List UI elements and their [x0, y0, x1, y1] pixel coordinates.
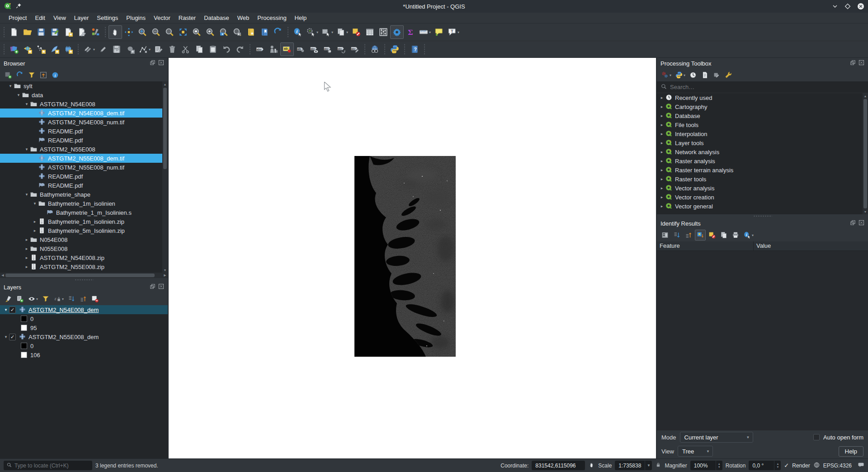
lock-scale-icon[interactable] — [655, 462, 661, 469]
close-button[interactable] — [857, 3, 864, 10]
undo-button[interactable] — [220, 42, 233, 56]
locator-input[interactable]: Type to locate (Ctrl+K) — [4, 461, 92, 470]
save-project-as-button[interactable] — [48, 25, 61, 39]
open-layer-styling-button[interactable] — [3, 293, 14, 304]
expand-new-results-button[interactable] — [695, 230, 706, 241]
data-source-manager-button[interactable] — [7, 42, 21, 56]
save-project-button[interactable] — [34, 25, 48, 39]
processing-group-network-analysis[interactable]: ▸Network analysis — [657, 147, 868, 156]
browser-horizontal-scrollbar[interactable]: ◀ ▶ — [0, 273, 168, 278]
processing-group-vector-general[interactable]: ▸Vector general — [657, 202, 868, 211]
menu-plugins[interactable]: Plugins — [122, 14, 150, 22]
layer-item-astgtm2_n54e008_dem[interactable]: ▾✓ASTGTM2_N54E008_dem — [0, 305, 168, 314]
new-bookmark-button[interactable] — [244, 25, 258, 39]
maximize-button[interactable] — [844, 3, 851, 9]
deselect-all-layers-button[interactable] — [349, 25, 363, 39]
legend-entry-95[interactable]: 95 — [0, 323, 168, 332]
processing-group-raster-analysis[interactable]: ▸Raster analysis — [657, 156, 868, 165]
layer-visibility-checkbox[interactable]: ✓ — [9, 334, 16, 340]
tree-expand-icon[interactable]: ▸ — [24, 246, 30, 251]
add-selected-layers-button[interactable] — [3, 70, 14, 80]
zoom-out-button[interactable] — [149, 25, 163, 39]
add-feature-button[interactable] — [123, 42, 137, 56]
left-dock-splitter[interactable] — [0, 278, 168, 282]
browser-item-astgtm2-n54e008-zip[interactable]: ▸ASTGTM2_N54E008.zip — [0, 253, 168, 262]
tree-collapse-icon[interactable]: ▾ — [15, 93, 22, 97]
collapse-all-layers-button[interactable] — [78, 293, 89, 304]
change-label-button[interactable]: abc — [348, 42, 362, 56]
tree-expand-icon[interactable]: ▸ — [659, 186, 665, 190]
tree-expand-icon[interactable]: ▸ — [659, 204, 665, 208]
identify-close-icon[interactable] — [859, 220, 864, 227]
layer-item-astgtm2_n55e008_dem[interactable]: ▾✓ASTGTM2_N55E008_dem — [0, 332, 168, 341]
pan-map-button[interactable] — [108, 25, 122, 39]
coordinate-input[interactable]: 831542,6115096 — [532, 461, 585, 470]
browser-item-astgtm2-n54e008-dem-tif[interactable]: ASTGTM2_N54E008_dem.tif — [0, 109, 168, 118]
processing-group-cartography[interactable]: ▸Cartography — [657, 102, 868, 111]
tree-expand-icon[interactable]: ▸ — [659, 113, 665, 118]
browser-item-astgtm2-n54e008-num-tif[interactable]: ASTGTM2_N54E008_num.tif — [0, 118, 168, 127]
refresh-browser-button[interactable] — [14, 70, 25, 80]
scale-select[interactable]: 1:735838▼ — [615, 461, 652, 470]
filter-browser-button[interactable] — [26, 70, 37, 80]
identify-float-icon[interactable] — [850, 220, 856, 227]
legend-entry-106[interactable]: 106 — [0, 350, 168, 359]
zoom-next-button[interactable] — [231, 25, 244, 39]
vertex-tool-button[interactable]: ▾ — [137, 42, 152, 56]
tree-collapse-icon[interactable]: ▾ — [7, 84, 14, 88]
menu-vector[interactable]: Vector — [150, 14, 175, 22]
processing-options-button[interactable] — [723, 70, 734, 80]
map-canvas[interactable] — [169, 58, 656, 458]
current-edits-button[interactable]: ▾ — [81, 42, 96, 56]
paste-features-button[interactable] — [206, 42, 220, 56]
map-tips-button[interactable] — [432, 25, 446, 39]
browser-item-astgtm2-n55e008-num-tif[interactable]: ASTGTM2_N55E008_num.tif — [0, 163, 168, 172]
browser-item-data[interactable]: ▾data — [0, 90, 168, 99]
identify-mode-button[interactable]: i▾ — [742, 230, 755, 241]
browser-item-astgtm2-n55e008-zip[interactable]: ▸ASTGTM2_N55E008.zip — [0, 262, 168, 271]
metasearch-button[interactable] — [368, 42, 382, 56]
zoom-in-button[interactable] — [136, 25, 149, 39]
new-project-button[interactable] — [7, 25, 21, 39]
tree-expand-icon[interactable]: ▸ — [32, 219, 38, 224]
delete-selected-button[interactable] — [165, 42, 179, 56]
cut-features-button[interactable] — [179, 42, 193, 56]
menu-project[interactable]: Project — [5, 14, 31, 22]
save-layer-edits-button[interactable] — [110, 42, 123, 56]
crs-globe-icon[interactable] — [813, 462, 820, 470]
tree-expand-icon[interactable]: ▸ — [659, 123, 665, 127]
pin-unpin-labels-button[interactable]: ab — [294, 42, 307, 56]
processing-vertical-scrollbar[interactable]: ▲ ▼ — [863, 93, 868, 214]
tree-collapse-icon[interactable]: ▾ — [3, 335, 9, 339]
clear-results-button[interactable] — [707, 230, 717, 241]
statistical-summary-button[interactable]: Σ — [404, 25, 417, 39]
browser-vertical-scrollbar[interactable]: ▲ ▼ — [162, 81, 168, 273]
copy-features-button[interactable] — [193, 42, 206, 56]
processing-search-input[interactable]: Search… — [657, 81, 868, 93]
show-hide-labels-button[interactable]: abc — [307, 42, 321, 56]
menu-settings[interactable]: Settings — [93, 14, 122, 22]
models-menu-button[interactable]: ▾ — [660, 70, 673, 80]
menu-processing[interactable]: Processing — [253, 14, 290, 22]
highlight-pinned-labels-button[interactable]: ab — [280, 42, 294, 56]
collapse-tree-button[interactable] — [683, 230, 694, 241]
magnifier-spinbox[interactable]: 100% ▲▼ — [690, 461, 722, 470]
show-bookmarks-button[interactable] — [258, 25, 271, 39]
run-feature-action-button[interactable]: ▾ — [305, 25, 320, 39]
tree-expand-icon[interactable]: ▸ — [659, 141, 665, 145]
layer-labeling-options-button[interactable]: abc — [253, 42, 267, 56]
auto-open-form-checkbox[interactable] — [813, 434, 820, 440]
tree-expand-icon[interactable]: ▸ — [659, 177, 665, 181]
browser-item-bathymetrie-1-m-isolinien-s[interactable]: Bathymetrie_1_m_Isolinien.s — [0, 208, 168, 217]
enable-properties-widget-button[interactable]: i — [50, 70, 61, 80]
browser-item-n055e008[interactable]: ▸N055E008 — [0, 244, 168, 253]
zoom-to-selection-button[interactable] — [190, 25, 203, 39]
show-layout-manager-button[interactable] — [75, 25, 89, 39]
menu-help[interactable]: Help — [291, 14, 311, 22]
browser-item-readme-pdf[interactable]: README.pdf — [0, 127, 168, 136]
rotation-spinbox[interactable]: 0,0 ° ▲▼ — [749, 461, 781, 470]
browser-item-astgtm2-n54e008[interactable]: ▾ASTGTM2_N54E008 — [0, 99, 168, 109]
add-group-button[interactable] — [14, 293, 25, 304]
menu-edit[interactable]: Edit — [31, 14, 49, 22]
python-console-button[interactable] — [388, 42, 401, 56]
